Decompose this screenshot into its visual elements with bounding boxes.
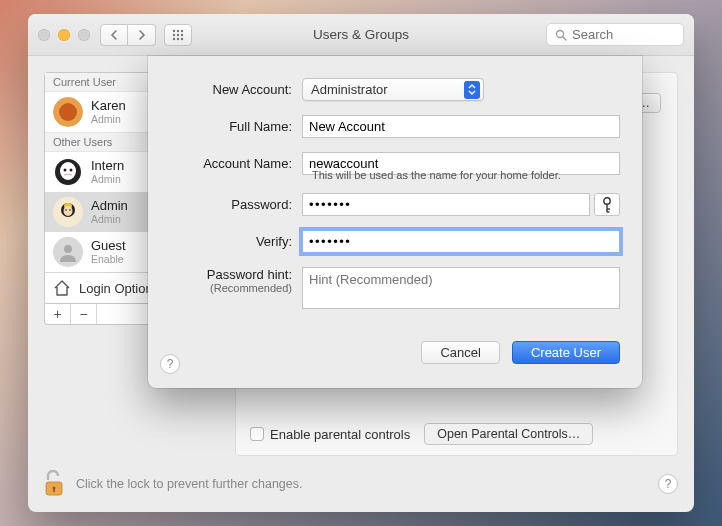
traffic-lights — [38, 29, 90, 41]
avatar — [53, 97, 83, 127]
user-name: Guest — [91, 239, 126, 254]
user-name: Admin — [91, 199, 128, 214]
parental-controls-row: Enable parental controls Open Parental C… — [250, 423, 663, 445]
account-type-value: Administrator — [311, 82, 388, 97]
back-button[interactable] — [100, 24, 128, 46]
dialog-buttons: Cancel Create User — [148, 341, 642, 364]
enable-parental-checkbox[interactable] — [250, 427, 264, 441]
cancel-button[interactable]: Cancel — [421, 341, 499, 364]
user-role: Admin — [91, 113, 126, 125]
user-role: Admin — [91, 213, 128, 225]
enable-parental-label: Enable parental controls — [270, 427, 410, 442]
svg-point-21 — [64, 206, 73, 216]
account-name-label: Account Name: — [170, 156, 302, 171]
svg-point-24 — [64, 245, 72, 253]
person-icon — [58, 242, 78, 262]
avatar — [53, 157, 83, 187]
add-user-button[interactable]: + — [45, 304, 71, 324]
svg-point-5 — [181, 33, 183, 35]
svg-point-6 — [173, 37, 175, 39]
svg-point-16 — [64, 169, 67, 172]
avatar — [53, 237, 83, 267]
open-parental-button[interactable]: Open Parental Controls… — [424, 423, 593, 445]
account-type-select[interactable]: Administrator — [302, 78, 484, 101]
svg-point-23 — [69, 209, 71, 211]
password-assistant-button[interactable] — [594, 193, 620, 216]
home-icon — [53, 279, 71, 297]
unlocked-padlock-icon[interactable] — [44, 470, 66, 498]
chevron-right-icon — [138, 30, 146, 40]
chevron-updown-icon — [464, 81, 480, 99]
dialog-help-button[interactable]: ? — [160, 354, 180, 374]
search-input[interactable] — [572, 27, 675, 42]
user-name: Karen — [91, 99, 126, 114]
svg-point-2 — [181, 29, 183, 31]
lockbar-text: Click the lock to prevent further change… — [76, 477, 303, 491]
search-icon — [555, 29, 567, 41]
lockbar: Click the lock to prevent further change… — [44, 470, 678, 498]
password-input[interactable] — [302, 193, 590, 216]
full-name-input[interactable] — [302, 115, 620, 138]
zoom-window-button[interactable] — [78, 29, 90, 41]
close-window-button[interactable] — [38, 29, 50, 41]
svg-point-12 — [59, 103, 77, 121]
svg-point-8 — [181, 37, 183, 39]
new-account-sheet: New Account: Administrator Full Name: Ac… — [148, 56, 642, 388]
new-account-form: New Account: Administrator Full Name: Ac… — [148, 56, 642, 337]
svg-point-28 — [604, 197, 610, 203]
svg-point-0 — [173, 29, 175, 31]
verify-label: Verify: — [170, 234, 302, 249]
svg-point-4 — [177, 33, 179, 35]
titlebar: Users & Groups — [28, 14, 694, 56]
svg-point-3 — [173, 33, 175, 35]
svg-point-9 — [557, 30, 564, 37]
forward-button[interactable] — [128, 24, 156, 46]
help-button[interactable]: ? — [658, 474, 678, 494]
svg-point-22 — [65, 209, 67, 211]
password-label: Password: — [170, 197, 302, 212]
user-role: Enable — [91, 253, 126, 265]
nav-buttons — [100, 24, 156, 46]
user-role: Admin — [91, 173, 124, 185]
avatar — [53, 197, 83, 227]
new-account-label: New Account: — [170, 82, 302, 97]
grid-icon — [172, 29, 184, 41]
hint-label: Password hint: (Recommended) — [170, 267, 302, 294]
svg-line-10 — [563, 37, 566, 40]
svg-point-1 — [177, 29, 179, 31]
full-name-label: Full Name: — [170, 119, 302, 134]
svg-point-7 — [177, 37, 179, 39]
chevron-left-icon — [110, 30, 118, 40]
user-name: Intern — [91, 159, 124, 174]
verify-password-input[interactable] — [302, 230, 620, 253]
svg-rect-27 — [53, 488, 55, 492]
show-all-button[interactable] — [164, 24, 192, 46]
svg-point-15 — [60, 162, 76, 180]
search-field[interactable] — [546, 23, 684, 46]
key-icon — [601, 197, 613, 213]
minimize-window-button[interactable] — [58, 29, 70, 41]
password-hint-input[interactable] — [302, 267, 620, 309]
svg-point-17 — [70, 169, 73, 172]
create-user-button[interactable]: Create User — [512, 341, 620, 364]
remove-user-button[interactable]: − — [71, 304, 97, 324]
